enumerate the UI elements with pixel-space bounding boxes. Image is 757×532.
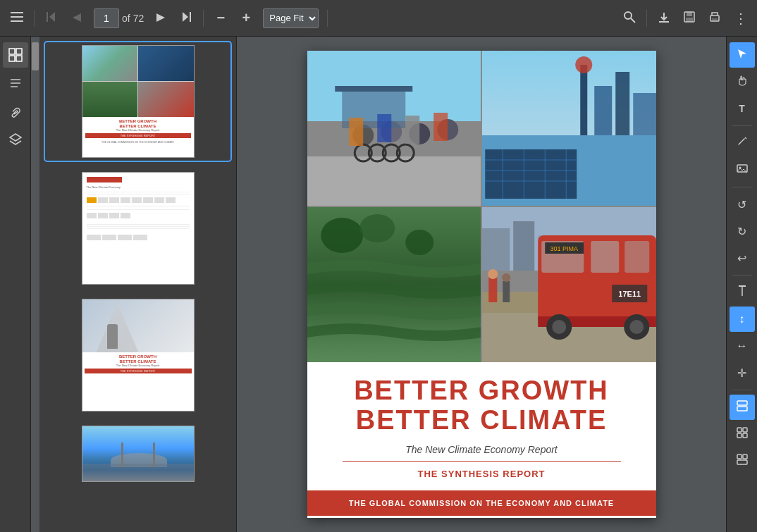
top-align-icon: [737, 285, 748, 299]
svg-rect-1: [11, 16, 23, 18]
expand-horizontal-button[interactable]: ↔: [730, 333, 755, 359]
svg-text:17E11: 17E11: [618, 290, 641, 298]
panel-layers-icon[interactable]: [3, 127, 28, 152]
hand-tool-button[interactable]: [730, 69, 755, 94]
svg-rect-18: [16, 49, 22, 54]
thumbnail-sidebar[interactable]: BETTER GROWTHBETTER CLIMATE The New Clim…: [39, 37, 237, 532]
next-page-button[interactable]: [149, 7, 172, 30]
title-line2: BETTER CLIMATE: [328, 406, 635, 435]
svg-point-79: [629, 320, 644, 334]
rotate-ccw-button[interactable]: ↺: [730, 192, 755, 217]
expand-vertical-icon: ↕: [739, 313, 745, 326]
svg-rect-2: [11, 20, 23, 22]
svg-marker-8: [183, 12, 188, 22]
properties3-button[interactable]: [730, 448, 755, 474]
svg-rect-43: [482, 51, 656, 135]
svg-rect-14: [686, 18, 693, 22]
more-options-button[interactable]: ⋮: [729, 7, 751, 30]
svg-point-60: [359, 214, 395, 242]
svg-rect-3: [47, 12, 48, 22]
more-icon: ⋮: [734, 10, 747, 27]
save-button[interactable]: [678, 7, 701, 30]
first-page-button[interactable]: [40, 7, 63, 30]
svg-point-61: [405, 230, 433, 255]
svg-point-59: [321, 218, 363, 253]
svg-rect-16: [712, 18, 718, 20]
divider-4: [646, 10, 647, 27]
panel-attachments-icon[interactable]: [3, 99, 28, 124]
draw-tool-button[interactable]: [730, 130, 755, 156]
download-button[interactable]: [653, 7, 675, 30]
svg-rect-95: [743, 433, 747, 438]
page-input-area: of 72: [94, 8, 144, 28]
thumbnail-page-3[interactable]: BETTER GROWTHBETTER CLIMATE The New Clim…: [45, 296, 230, 414]
photo-solar-city: [482, 51, 656, 206]
svg-rect-91: [737, 407, 747, 411]
page-photo-grid: 301 PIMA 17E11: [307, 51, 656, 362]
page-total: 72: [133, 13, 144, 24]
properties2-button[interactable]: [730, 421, 755, 447]
thumbnail-page-2[interactable]: The New Climate Economy: [45, 169, 230, 287]
svg-rect-19: [9, 56, 15, 61]
page-text-area: BETTER GROWTH BETTER CLIMATE The New Cli…: [307, 362, 656, 479]
sidebar-toggle-button[interactable]: [6, 7, 28, 30]
divider-1: [34, 10, 35, 27]
pdf-view[interactable]: 301 PIMA 17E11: [237, 37, 726, 532]
last-page-button[interactable]: [175, 7, 197, 30]
expand-vertical-button[interactable]: ↕: [730, 307, 755, 332]
svg-rect-64: [482, 228, 510, 271]
thumbnail-page-4[interactable]: [45, 423, 230, 485]
thumbnail-page-1[interactable]: BETTER GROWTHBETTER CLIMATE The New Clim…: [45, 42, 230, 161]
right-divider-3: [732, 275, 752, 276]
right-divider-1: [732, 125, 752, 126]
zoom-area: Page Fit 50% 75% 100% 125% 150% 200%: [263, 8, 319, 28]
svg-rect-7: [190, 12, 191, 22]
svg-point-9: [624, 12, 632, 19]
svg-rect-0: [11, 12, 23, 13]
main-area: BETTER GROWTHBETTER CLIMATE The New Clim…: [0, 37, 757, 532]
prev-page-icon: [73, 12, 81, 25]
svg-rect-50: [485, 149, 577, 199]
text-tool-button[interactable]: T: [730, 96, 755, 121]
cursor-tool-button[interactable]: [730, 42, 755, 68]
hand-icon: [737, 75, 748, 89]
top-align-button[interactable]: [730, 280, 755, 305]
svg-rect-44: [580, 65, 587, 135]
scroll-thumb[interactable]: [32, 42, 39, 70]
image-tool-button[interactable]: [730, 157, 755, 183]
panel-thumbnails-icon[interactable]: [3, 42, 28, 68]
print-button[interactable]: [703, 7, 726, 30]
toolbar-right: ⋮: [618, 7, 751, 30]
right-divider-2: [732, 187, 752, 187]
title-line1: BETTER GROWTH: [328, 376, 635, 406]
rotate-ccw-icon: ↺: [737, 198, 746, 211]
move-button[interactable]: ✛: [730, 360, 755, 385]
bottom-bar: THE GLOBAL COMMISSION ON THE ECONOMY AND…: [307, 490, 656, 516]
svg-rect-92: [737, 428, 741, 432]
scroll-strip: [31, 37, 39, 532]
undo-button[interactable]: ↩: [730, 245, 755, 271]
search-button[interactable]: [618, 7, 641, 30]
svg-point-83: [488, 269, 498, 279]
svg-rect-27: [307, 156, 481, 206]
zoom-select[interactable]: Page Fit 50% 75% 100% 125% 150% 200%: [263, 8, 319, 28]
prev-page-button[interactable]: [66, 7, 88, 30]
svg-rect-94: [737, 433, 741, 438]
rotate-cw-button[interactable]: ↻: [730, 218, 755, 244]
zoom-in-button[interactable]: +: [235, 7, 257, 30]
properties1-icon: [737, 400, 748, 414]
svg-rect-39: [377, 114, 391, 142]
svg-rect-48: [633, 93, 656, 135]
panel-bookmarks-icon[interactable]: [3, 70, 28, 96]
svg-rect-20: [16, 56, 22, 61]
page-number-input[interactable]: [94, 8, 119, 28]
draw-icon: [737, 136, 748, 150]
pdf-page: 301 PIMA 17E11: [307, 51, 656, 518]
zoom-out-button[interactable]: −: [209, 7, 232, 30]
svg-point-77: [552, 320, 566, 334]
zoom-in-icon: +: [242, 10, 250, 26]
properties1-button[interactable]: [730, 395, 755, 420]
download-icon: [658, 11, 670, 26]
svg-line-10: [631, 18, 635, 23]
zoom-out-icon: −: [216, 10, 225, 26]
